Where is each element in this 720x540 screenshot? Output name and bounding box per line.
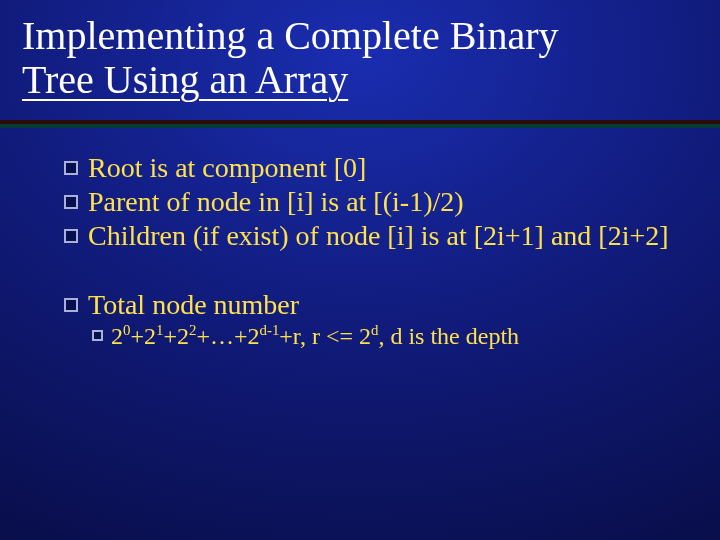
sub-bullet-formula: 20+21+22+…+2d-1+r, r <= 2d, d is the dep… (111, 323, 690, 351)
title-block: Implementing a Complete Binary Tree Usin… (22, 14, 698, 102)
slide: Implementing a Complete Binary Tree Usin… (0, 0, 720, 540)
sub-bullet-item: 20+21+22+…+2d-1+r, r <= 2d, d is the dep… (92, 323, 690, 351)
fexp: d-1 (259, 322, 279, 338)
square-bullet-icon (64, 195, 78, 209)
fpart: +…+2 (196, 323, 259, 349)
title-line-1: Implementing a Complete Binary (22, 13, 559, 58)
spacer (64, 255, 690, 289)
bullet-item: Parent of node in [i] is at [(i-1)/2) (64, 186, 690, 218)
bullet-item: Root is at component [0] (64, 152, 690, 184)
bullet-text: Parent of node in [i] is at [(i-1)/2) (88, 186, 690, 218)
fpart: +2 (163, 323, 189, 349)
bullet-item: Children (if exist) of node [i] is at [2… (64, 220, 690, 252)
body: Root is at component [0] Parent of node … (64, 152, 690, 352)
slide-title: Implementing a Complete Binary Tree Usin… (22, 14, 698, 102)
bullet-item: Total node number (64, 289, 690, 321)
bullet-text: Children (if exist) of node [i] is at [2… (88, 220, 690, 252)
fpart: +2 (130, 323, 156, 349)
title-rule (0, 120, 720, 128)
title-line-2: Tree Using an Array (22, 57, 348, 102)
square-bullet-icon (64, 229, 78, 243)
fpart: +r, r <= 2 (279, 323, 371, 349)
square-bullet-icon (64, 161, 78, 175)
fpart: , d is the depth (378, 323, 519, 349)
square-bullet-icon (64, 298, 78, 312)
square-bullet-icon (92, 330, 103, 341)
bullet-text: Root is at component [0] (88, 152, 690, 184)
fpart: 2 (111, 323, 123, 349)
bullet-text: Total node number (88, 289, 690, 321)
rule-bot (0, 124, 720, 128)
